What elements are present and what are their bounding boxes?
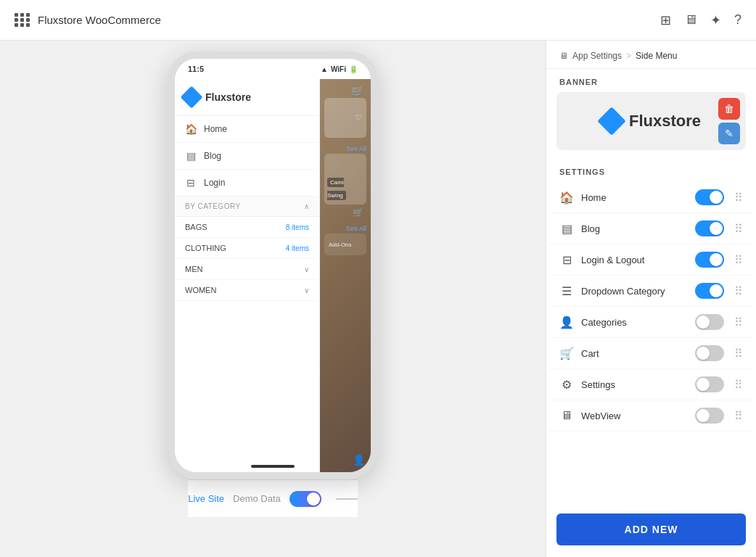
login-icon: ⊟	[185, 177, 197, 189]
cart-toggle[interactable]	[695, 345, 724, 361]
settings-item-webview: 🖥 WebView ⠿	[549, 400, 753, 432]
side-menu-header: Fluxstore	[175, 79, 319, 116]
settings-item-categories: 👤 Categories ⠿	[549, 307, 753, 338]
menu-item-login[interactable]: ⊟ Login	[175, 170, 319, 197]
breadcrumb-current: Side Menu	[636, 51, 677, 61]
webview-toggle[interactable]	[695, 408, 724, 424]
settings-item-blog: ▤ Blog ⠿	[549, 213, 753, 244]
category-clothing-count: 4 items	[286, 244, 309, 252]
battery-icon: 🔋	[349, 65, 358, 73]
banner-delete-button[interactable]: 🗑	[718, 98, 740, 120]
phone-status-icons: ▲ WiFi 🔋	[321, 65, 358, 73]
categories-drag-handle[interactable]: ⠿	[734, 315, 743, 329]
right-panel: 🖥 App Settings > Side Menu BANNER Fluxst…	[546, 41, 756, 557]
signal-icon: ▲	[321, 65, 328, 73]
home-toggle[interactable]	[695, 189, 724, 205]
breadcrumb-parent[interactable]: App Settings	[572, 51, 622, 61]
phone-status-bar: 11:5 ▲ WiFi 🔋	[175, 59, 371, 79]
help-icon[interactable]: ?	[734, 12, 741, 28]
cart-settings-icon: 🛒	[559, 347, 574, 360]
banner-logo: Fluxstore	[601, 111, 701, 131]
settings-item-home: 🏠 Home ⠿	[549, 182, 753, 213]
bottom-bar: Live Site Demo Data	[188, 479, 358, 517]
see-all-link[interactable]: See All	[346, 145, 366, 152]
settings-cart-label: Cart	[581, 348, 688, 359]
see-all-2[interactable]: See All	[346, 225, 366, 232]
category-women-name: WOMEN	[185, 286, 216, 294]
settings-list: 🏠 Home ⠿ ▤ Blog ⠿ ⊟ Login & Logout ⠿	[546, 182, 756, 505]
cart-drag-handle[interactable]: ⠿	[734, 347, 743, 360]
home-icon: 🏠	[185, 123, 197, 135]
login-toggle[interactable]	[695, 252, 724, 268]
header-actions: ⊞ 🖥 ✦ ?	[660, 12, 741, 28]
monitor-icon[interactable]: 🖥	[684, 12, 697, 28]
bottom-cart-icon[interactable]: 🛒	[353, 207, 363, 218]
banner-brand-name: Fluxstore	[629, 112, 701, 131]
settings-login-label: Login & Logout	[581, 255, 688, 265]
dropdown-toggle[interactable]	[695, 283, 724, 299]
phone-home-notch	[251, 465, 295, 468]
dropdown-settings-icon: ☰	[559, 284, 574, 298]
demo-data-label: Demo Data	[233, 493, 281, 504]
category-bags-count: 8 items	[286, 223, 309, 231]
settings-item-cart: 🛒 Cart ⠿	[549, 338, 753, 369]
menu-item-blog[interactable]: ▤ Blog	[175, 143, 319, 170]
monitor-small-icon: 🖥	[559, 51, 568, 61]
app-title: Fluxstore WooCommerce	[38, 14, 161, 26]
banner-edit-button[interactable]: ✎	[718, 123, 740, 144]
banner-action-buttons: 🗑 ✎	[718, 98, 740, 144]
webview-settings-icon: 🖥	[559, 409, 574, 422]
side-menu-panel: Fluxstore 🏠 Home ▤ Blog ⊟ Login	[175, 79, 320, 472]
by-category-header: BY CATEGORY ∧	[175, 197, 319, 217]
blog-toggle[interactable]	[695, 220, 724, 236]
phone-time: 11:5	[188, 65, 204, 73]
settings-home-label: Home	[581, 192, 688, 203]
settings-item-settings: ⚙ Settings ⠿	[549, 369, 753, 400]
category-clothing[interactable]: CLOTHING 4 items	[175, 238, 319, 259]
login-settings-icon: ⊟	[559, 253, 574, 267]
breadcrumb: 🖥 App Settings > Side Menu	[546, 41, 756, 69]
phone-content: Fluxstore 🏠 Home ▤ Blog ⊟ Login	[175, 79, 371, 472]
chevron-up-icon: ∧	[304, 202, 310, 210]
settings-categories-label: Categories	[581, 317, 688, 328]
webview-drag-handle[interactable]: ⠿	[734, 409, 743, 423]
home-settings-icon: 🏠	[559, 191, 574, 205]
category-women[interactable]: WOMEN ∨	[175, 280, 319, 301]
category-bags[interactable]: BAGS 8 items	[175, 217, 319, 238]
login-drag-handle[interactable]: ⠿	[734, 253, 743, 267]
chevron-down-icon-2: ∨	[304, 286, 309, 294]
by-category-label: BY CATEGORY	[185, 202, 241, 210]
menu-item-blog-label: Blog	[204, 151, 221, 161]
chevron-down-icon: ∨	[304, 265, 309, 273]
menu-item-login-label: Login	[204, 178, 225, 188]
category-men[interactable]: MEN ∨	[175, 259, 319, 280]
add-new-button[interactable]: ADD NEW	[556, 513, 746, 545]
cart-icon[interactable]: 🛒	[351, 85, 363, 96]
grid-apps-icon[interactable]: ⊞	[660, 12, 671, 28]
category-clothing-name: CLOTHING	[185, 244, 226, 252]
settings-item-login: ⊟ Login & Logout ⠿	[549, 244, 753, 276]
brightness-icon[interactable]: ✦	[710, 12, 721, 28]
categories-toggle[interactable]	[695, 314, 724, 330]
category-bags-name: BAGS	[185, 223, 208, 231]
preview-area: 11:5 ▲ WiFi 🔋 Fluxstore 🏠 Ho	[0, 41, 546, 557]
settings-webview-label: WebView	[581, 410, 688, 421]
phone-right-content: 🛒 ♡ See All Cami Swing	[320, 79, 371, 472]
settings-toggle[interactable]	[695, 376, 724, 392]
home-drag-handle[interactable]: ⠿	[734, 191, 743, 205]
app-header: Fluxstore WooCommerce ⊞ 🖥 ✦ ?	[0, 0, 756, 41]
heart-icon[interactable]: ♡	[355, 113, 362, 123]
user-icon[interactable]: 👤	[353, 454, 365, 466]
toggle-line	[336, 498, 358, 500]
banner-preview: Fluxstore 🗑 ✎	[556, 92, 746, 150]
blog-drag-handle[interactable]: ⠿	[734, 222, 743, 236]
dropdown-drag-handle[interactable]: ⠿	[734, 284, 743, 298]
settings-drag-handle[interactable]: ⠿	[734, 378, 743, 392]
settings-settings-label: Settings	[581, 379, 688, 390]
add-ons-label: Add-Ons	[329, 242, 352, 248]
grid-icon[interactable]	[15, 13, 30, 27]
settings-dropdown-label: Dropdown Category	[581, 286, 688, 297]
brand-diamond-icon	[180, 86, 202, 108]
menu-item-home[interactable]: 🏠 Home	[175, 116, 319, 143]
live-demo-toggle[interactable]	[289, 491, 321, 507]
